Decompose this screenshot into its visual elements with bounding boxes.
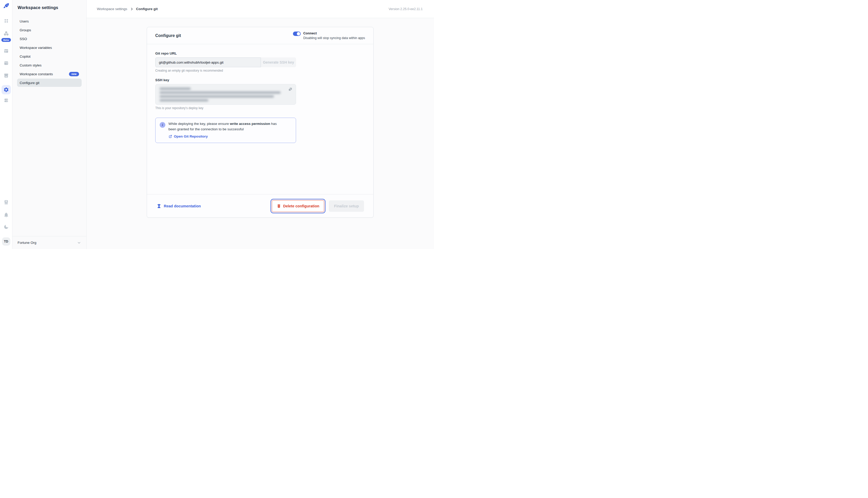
beta-badge: Beta	[1, 38, 11, 42]
moon-icon	[3, 224, 9, 230]
ssh-key-redacted-line	[160, 88, 191, 90]
open-git-repository-label: Open Git Repository	[174, 134, 208, 138]
sidebar-item-copilot[interactable]: Copilot	[17, 52, 82, 61]
sidebar-item-label: Workspace constants	[19, 72, 53, 76]
ssh-key-box	[155, 84, 296, 105]
settings-sidebar: Workspace settings Users Groups SSO Work…	[12, 0, 86, 249]
sidebar-item-workspace-constants[interactable]: Workspace constants new	[17, 70, 82, 78]
ssh-key-redacted-line	[160, 95, 274, 97]
sidebar-nav: Users Groups SSO Workspace variables Cop…	[17, 17, 82, 87]
server-icon	[3, 97, 9, 103]
main-area: Workspace settings Configure git Version…	[86, 0, 434, 249]
sidebar-item-label: Configure git	[19, 81, 40, 85]
delete-configuration-label: Delete configuration	[283, 204, 319, 208]
content-area: Configure git Connect Disabling will sto…	[86, 18, 434, 249]
sidebar-item-configure-git[interactable]: Configure git	[17, 79, 82, 87]
sidebar-item-users[interactable]: Users	[17, 17, 82, 25]
info-text-bold: write access permission	[230, 122, 270, 126]
git-repo-url-input[interactable]	[155, 57, 261, 67]
ssh-key-label: SSH key	[155, 78, 296, 82]
book-search-icon	[3, 199, 9, 205]
new-badge: new	[69, 72, 79, 76]
trash-icon	[277, 204, 281, 208]
rail-datasource-button[interactable]	[3, 60, 9, 66]
sidebar-item-custom-styles[interactable]: Custom styles	[17, 61, 82, 69]
sidebar-item-label: Users	[19, 19, 29, 23]
layout-icon	[3, 48, 9, 54]
rail-apps-button[interactable]	[3, 18, 9, 24]
sidebar-item-label: Groups	[19, 28, 31, 32]
card-header: Configure git Connect Disabling will sto…	[147, 27, 373, 44]
graduate-icon	[156, 203, 162, 209]
card-footer: Read documentation Delete configuration …	[147, 194, 373, 218]
finalize-setup-button[interactable]: Finalize setup	[329, 200, 364, 212]
delete-configuration-button[interactable]: Delete configuration	[272, 200, 324, 212]
icon-rail: Beta	[0, 0, 12, 249]
card-body: Git repo URL Generate SSH key Creating a…	[147, 44, 373, 194]
bell-icon	[3, 212, 9, 218]
connect-toggle[interactable]	[293, 31, 301, 36]
storefront-icon	[3, 73, 9, 79]
git-repo-url-helper: Creating an empty git repository is reco…	[155, 69, 296, 73]
sidebar-item-label: Custom styles	[19, 63, 42, 67]
read-documentation-link[interactable]: Read documentation	[156, 203, 201, 209]
rail-audit-logs-button[interactable]	[3, 199, 9, 205]
ssh-key-redacted-line	[160, 99, 208, 101]
open-git-repository-link[interactable]: Open Git Repository	[168, 134, 208, 138]
footer-actions: Delete configuration Finalize setup	[272, 200, 364, 212]
breadcrumb-parent[interactable]: Workspace settings	[97, 7, 127, 11]
toggle-knob	[297, 32, 300, 36]
rail-database-button[interactable]	[3, 97, 9, 103]
configure-git-card: Configure git Connect Disabling will sto…	[147, 27, 374, 218]
org-name: Fortune Org	[17, 241, 37, 245]
sidebar-title: Workspace settings	[17, 5, 58, 10]
git-repo-url-label: Git repo URL	[155, 51, 296, 55]
wallet-icon	[3, 60, 9, 66]
generate-ssh-key-button[interactable]: Generate SSH key	[261, 57, 296, 67]
connect-toggle-label: Connect	[303, 31, 365, 36]
hexagons-icon	[3, 30, 9, 37]
copy-ssh-key-button[interactable]	[288, 87, 293, 92]
sidebar-item-sso[interactable]: SSO	[17, 35, 82, 43]
chevron-down-icon	[77, 241, 81, 245]
sidebar-item-workspace-variables[interactable]: Workspace variables	[17, 43, 82, 52]
chevron-right-icon	[130, 7, 134, 11]
read-documentation-label: Read documentation	[164, 204, 201, 208]
org-switcher[interactable]: Fortune Org	[12, 236, 86, 249]
version-label: Version 2.25.0-ee2.11.1	[389, 7, 423, 11]
git-repo-url-row: Generate SSH key	[155, 57, 296, 67]
info-text: While deploying the key, please ensure w…	[168, 121, 283, 132]
app-root: Beta	[0, 0, 434, 249]
info-icon: i	[160, 122, 165, 128]
gear-icon	[3, 87, 9, 93]
copy-icon	[288, 87, 293, 92]
card-title: Configure git	[155, 34, 181, 38]
rail-marketplace-button[interactable]	[3, 73, 9, 79]
rail-dark-mode-button[interactable]	[3, 224, 9, 230]
sidebar-item-label: Workspace variables	[19, 46, 52, 50]
rail-settings-button-active[interactable]	[2, 85, 11, 94]
external-link-icon	[168, 134, 172, 138]
rail-layout-button[interactable]	[3, 48, 9, 54]
connect-toggle-group: Connect Disabling will stop syncing data…	[293, 31, 365, 40]
rail-notifications-button[interactable]	[3, 212, 9, 218]
ssh-key-redacted-line	[160, 92, 281, 94]
connect-toggle-description: Disabling will stop syncing data within …	[303, 36, 365, 40]
rocket-icon	[3, 3, 10, 9]
sidebar-item-label: SSO	[19, 37, 27, 41]
sidebar-item-groups[interactable]: Groups	[17, 26, 82, 34]
apps-grid-icon	[3, 18, 9, 24]
sidebar-item-label: Copilot	[19, 55, 30, 58]
app-logo-rocket-icon[interactable]	[3, 3, 10, 9]
rail-workflows-button[interactable]	[3, 30, 9, 37]
deploy-key-info-box: i While deploying the key, please ensure…	[155, 118, 296, 143]
user-avatar[interactable]: TD	[2, 237, 10, 246]
top-header: Workspace settings Configure git Version…	[86, 0, 434, 18]
breadcrumb: Workspace settings Configure git	[97, 7, 158, 11]
ssh-key-helper: This is your repository's deploy key	[155, 106, 296, 110]
info-text-prefix: While deploying the key, please ensure	[168, 122, 230, 126]
breadcrumb-current: Configure git	[136, 7, 158, 11]
